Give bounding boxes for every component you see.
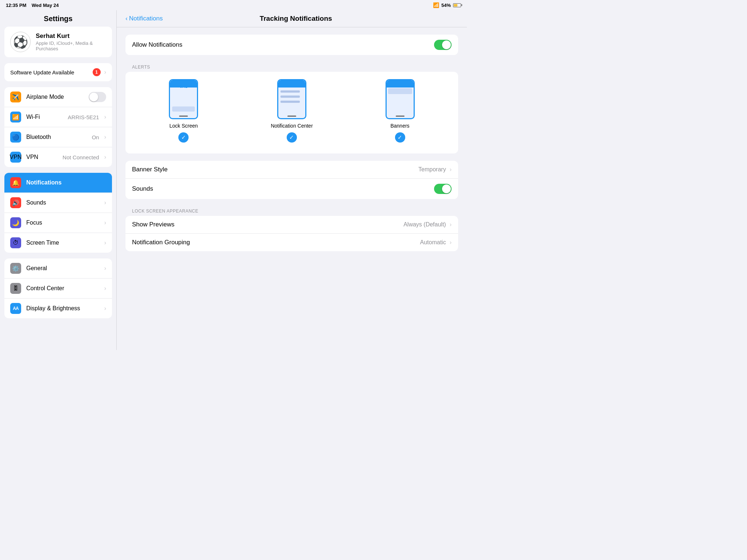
sidebar-title: Settings bbox=[0, 10, 116, 27]
sidebar-item-general[interactable]: ⚙️ General › bbox=[4, 258, 112, 279]
back-label: Notifications bbox=[129, 15, 163, 22]
back-chevron-icon: ‹ bbox=[125, 15, 128, 22]
content-body: Allow Notifications ALERTS 9:41 bbox=[117, 27, 467, 266]
notification-grouping-row[interactable]: Notification Grouping Automatic › bbox=[125, 234, 458, 251]
displaybrightness-label: Display & Brightness bbox=[26, 305, 99, 312]
banners-check: ✓ bbox=[395, 132, 405, 143]
settings-group-connectivity: ✈️ Airplane Mode 📶 Wi-Fi ARRIS-5E21 › 🔵 … bbox=[4, 87, 112, 167]
content-panel: ‹ Notifications Tracking Notifications A… bbox=[117, 10, 467, 350]
software-update-card[interactable]: Software Update Available 1 › bbox=[4, 63, 112, 81]
sidebar-item-airplane[interactable]: ✈️ Airplane Mode bbox=[4, 87, 112, 107]
nc-home-indicator bbox=[287, 116, 296, 117]
alerts-section-header: ALERTS bbox=[125, 62, 458, 72]
banners-device-icon bbox=[386, 79, 415, 119]
airplane-toggle[interactable] bbox=[89, 92, 106, 102]
sounds-row-label: Sounds bbox=[132, 185, 430, 192]
alert-options: 9:41 Lock Screen ✓ bbox=[133, 79, 451, 143]
focus-label: Focus bbox=[26, 219, 99, 226]
airplane-icon: ✈️ bbox=[10, 92, 21, 102]
back-button[interactable]: ‹ Notifications bbox=[125, 15, 163, 22]
banners-option[interactable]: Banners ✓ bbox=[386, 79, 415, 143]
airplane-toggle-knob bbox=[89, 93, 98, 101]
wifi-icon: 📶 bbox=[433, 2, 439, 8]
content-header: ‹ Notifications Tracking Notifications bbox=[117, 10, 467, 27]
controlcenter-label: Control Center bbox=[26, 285, 99, 292]
status-right: 📶 54% bbox=[433, 2, 461, 8]
profile-info: Serhat Kurt Apple ID, iCloud+, Media & P… bbox=[36, 32, 106, 51]
general-label: General bbox=[26, 265, 99, 272]
notification-grouping-chevron-icon: › bbox=[450, 239, 452, 246]
controlcenter-chevron-icon: › bbox=[104, 285, 106, 292]
allow-notifications-knob bbox=[442, 40, 451, 49]
notifications-label: Notifications bbox=[26, 179, 106, 186]
profile-card[interactable]: ⚽ Serhat Kurt Apple ID, iCloud+, Media &… bbox=[4, 27, 112, 57]
screentime-chevron-icon: › bbox=[104, 240, 106, 246]
alerts-card: 9:41 Lock Screen ✓ bbox=[125, 72, 458, 153]
sidebar-item-vpn[interactable]: VPN VPN Not Connected › bbox=[4, 147, 112, 167]
wifi-settings-icon: 📶 bbox=[10, 112, 21, 122]
show-previews-chevron-icon: › bbox=[450, 221, 452, 228]
notification-center-option[interactable]: Notification Center ✓ bbox=[271, 79, 313, 143]
battery-fill bbox=[454, 4, 457, 7]
lock-screen-appearance-group: Show Previews Always (Default) › Notific… bbox=[125, 216, 458, 251]
screentime-label: Screen Time bbox=[26, 240, 99, 246]
sidebar-item-bluetooth[interactable]: 🔵 Bluetooth On › bbox=[4, 127, 112, 147]
profile-subtitle: Apple ID, iCloud+, Media & Purchases bbox=[36, 40, 106, 51]
notification-center-device-icon bbox=[277, 79, 306, 119]
sidebar-item-wifi[interactable]: 📶 Wi-Fi ARRIS-5E21 › bbox=[4, 107, 112, 127]
focus-icon: 🌙 bbox=[10, 217, 21, 228]
settings-group-notifications: 🔔 Notifications 🔊 Sounds › 🌙 Focus › ⏱ S… bbox=[4, 173, 112, 253]
show-previews-row[interactable]: Show Previews Always (Default) › bbox=[125, 216, 458, 234]
allow-notifications-toggle[interactable] bbox=[434, 40, 452, 50]
screentime-icon: ⏱ bbox=[10, 237, 21, 248]
lock-screen-device-icon: 9:41 bbox=[169, 79, 198, 119]
sounds-row: Sounds bbox=[125, 179, 458, 199]
page-title: Tracking Notifications bbox=[163, 15, 458, 23]
banner-style-value: Temporary bbox=[418, 166, 446, 173]
sidebar-item-sounds[interactable]: 🔊 Sounds › bbox=[4, 193, 112, 213]
bluetooth-chevron-icon: › bbox=[104, 134, 106, 140]
lock-screen-notif-bar bbox=[172, 106, 195, 112]
battery-percent: 54% bbox=[441, 3, 451, 8]
sounds-knob bbox=[442, 184, 451, 193]
bluetooth-label: Bluetooth bbox=[26, 134, 87, 140]
status-date: Wed May 24 bbox=[32, 3, 59, 8]
displaybrightness-chevron-icon: › bbox=[104, 305, 106, 312]
profile-name: Serhat Kurt bbox=[36, 32, 106, 40]
sidebar-item-screentime[interactable]: ⏱ Screen Time › bbox=[4, 233, 112, 253]
bluetooth-value: On bbox=[92, 134, 99, 140]
notification-grouping-value: Automatic bbox=[420, 239, 446, 246]
banner-style-label: Banner Style bbox=[132, 166, 415, 173]
update-chevron-icon: › bbox=[104, 69, 106, 75]
sidebar-item-controlcenter[interactable]: 🎛 Control Center › bbox=[4, 279, 112, 299]
general-icon: ⚙️ bbox=[10, 263, 21, 274]
sidebar-item-focus[interactable]: 🌙 Focus › bbox=[4, 213, 112, 233]
lock-screen-option[interactable]: 9:41 Lock Screen ✓ bbox=[169, 79, 198, 143]
main-layout: Settings ⚽ Serhat Kurt Apple ID, iCloud+… bbox=[0, 10, 467, 350]
sounds-label: Sounds bbox=[26, 199, 99, 206]
banners-notif bbox=[388, 88, 412, 94]
notification-grouping-label: Notification Grouping bbox=[132, 239, 417, 246]
banner-style-row[interactable]: Banner Style Temporary › bbox=[125, 161, 458, 179]
allow-notifications-row: Allow Notifications bbox=[125, 35, 458, 55]
vpn-value: Not Connected bbox=[63, 154, 99, 160]
update-badge: 1 bbox=[93, 68, 101, 76]
displaybrightness-icon: AA bbox=[10, 303, 21, 314]
sounds-icon: 🔊 bbox=[10, 197, 21, 208]
lock-screen-home-indicator bbox=[179, 116, 188, 117]
wifi-value: ARRIS-5E21 bbox=[68, 114, 99, 120]
sounds-toggle[interactable] bbox=[434, 184, 452, 194]
airplane-label: Airplane Mode bbox=[26, 94, 84, 100]
vpn-label: VPN bbox=[26, 154, 58, 160]
status-bar: 12:35 PM Wed May 24 📶 54% bbox=[0, 0, 467, 10]
bluetooth-icon: 🔵 bbox=[10, 132, 21, 143]
sidebar: Settings ⚽ Serhat Kurt Apple ID, iCloud+… bbox=[0, 10, 117, 350]
sidebar-item-displaybrightness[interactable]: AA Display & Brightness › bbox=[4, 299, 112, 318]
sidebar-item-notifications[interactable]: 🔔 Notifications bbox=[4, 173, 112, 193]
settings-group-general: ⚙️ General › 🎛 Control Center › AA Displ… bbox=[4, 258, 112, 318]
status-time-date: 12:35 PM Wed May 24 bbox=[6, 3, 59, 8]
lock-screen-section-header: LOCK SCREEN APPEARANCE bbox=[125, 206, 458, 216]
vpn-icon: VPN bbox=[10, 152, 21, 163]
lock-screen-label: Lock Screen bbox=[170, 123, 198, 129]
notifications-icon: 🔔 bbox=[10, 177, 21, 188]
